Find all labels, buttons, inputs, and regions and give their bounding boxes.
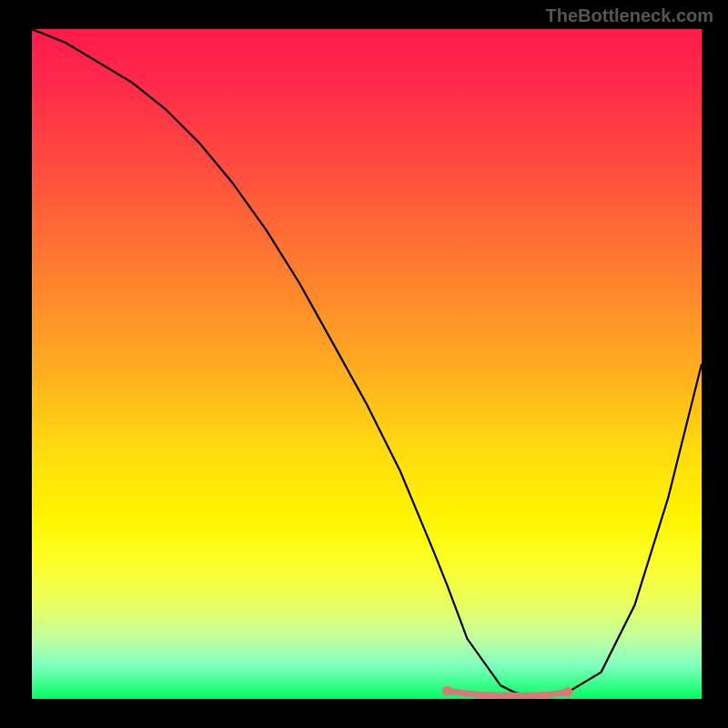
plot-area bbox=[32, 29, 702, 699]
optimal-range-endpoint bbox=[562, 687, 572, 697]
bottleneck-curve-line bbox=[32, 29, 702, 695]
chart-container: TheBottleneck.com bbox=[0, 0, 728, 728]
optimal-range-line bbox=[447, 691, 568, 695]
optimal-range-endpoint bbox=[442, 686, 452, 696]
watermark-text: TheBottleneck.com bbox=[546, 5, 713, 26]
curve-svg bbox=[32, 29, 702, 699]
optimal-range-markers bbox=[442, 686, 573, 697]
